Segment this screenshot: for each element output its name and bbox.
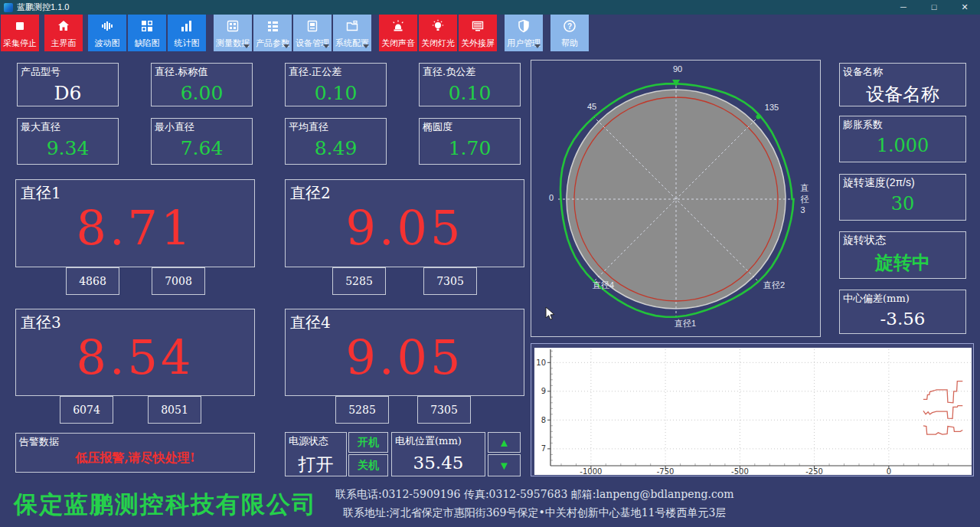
- polar-angle-45: 45: [587, 102, 596, 111]
- device-name-panel: 设备名称 设备名称: [839, 63, 966, 106]
- btn-measure-data[interactable]: 测量数据: [214, 15, 252, 51]
- company-name: 保定蓝鹏测控科技有限公司: [14, 489, 317, 521]
- home-icon: [56, 15, 71, 38]
- minimize-button[interactable]: ─: [888, 0, 919, 15]
- svg-text:9: 9: [541, 387, 546, 395]
- diameter4-panel: 直径4 9.05: [285, 309, 524, 396]
- btn-defect-chart[interactable]: 缺陷图: [128, 15, 166, 51]
- product-model-label: 产品型号: [21, 65, 60, 79]
- device-name-label: 设备名称: [843, 65, 883, 79]
- siren-icon: [390, 15, 406, 38]
- plus-tolerance-value: 0.10: [286, 82, 386, 104]
- svg-text:7: 7: [541, 444, 546, 453]
- expansion-coeff-value: 1.000: [840, 135, 965, 156]
- btn-main-screen[interactable]: 主界面: [44, 15, 83, 51]
- btn-stop-collect[interactable]: 采集停止: [1, 15, 39, 51]
- diameter4-sensor-b: 7305: [417, 396, 471, 424]
- btn-stats-chart[interactable]: 统计图: [168, 15, 206, 51]
- polar-label-dia3: 直径3: [801, 182, 814, 214]
- nominal-dia-panel: 直径.标称值 6.00: [151, 63, 253, 106]
- motor-up-button[interactable]: ▲: [488, 432, 521, 453]
- min-diameter-label: 最小直径: [155, 120, 194, 134]
- ovality-value: 1.70: [420, 137, 520, 159]
- folder-icon: [345, 15, 360, 38]
- diameter3-sensor-b: 8051: [148, 396, 201, 424]
- product-model-value: D6: [18, 82, 118, 104]
- center-offset-value: -3.56: [840, 309, 965, 329]
- device-name-value: 设备名称: [840, 82, 965, 106]
- min-diameter-value: 7.64: [152, 137, 252, 159]
- diameter4-value: 9.05: [286, 329, 524, 385]
- diameter2-sensor-b: 7305: [423, 267, 477, 295]
- power-on-button[interactable]: 开机: [348, 432, 388, 453]
- close-button[interactable]: ✕: [949, 0, 980, 15]
- btn-user-manage[interactable]: 用户管理: [505, 15, 543, 51]
- btn-product-params[interactable]: 产品参数: [253, 15, 292, 51]
- svg-text:8: 8: [541, 416, 546, 424]
- triangle-up-icon: ▲: [498, 436, 510, 449]
- btn-close-sound[interactable]: 关闭声音: [379, 15, 417, 51]
- power-off-button[interactable]: 关机: [348, 454, 388, 476]
- svg-text:?: ?: [567, 22, 572, 31]
- polar-label-dia2: 直径2: [763, 280, 785, 291]
- dropdown-caret-icon: [243, 44, 250, 48]
- power-status-panel: 电源状态 打开: [285, 432, 347, 476]
- dropdown-caret-icon: [323, 44, 329, 48]
- toolbar: 采集停止 主界面 波动图 缺陷图 统计图 测量数据: [1, 15, 590, 51]
- cross-section-panel: 90 45 135 0 直径3 直径4 直径2 直径1: [531, 60, 821, 337]
- alarm-label: 告警数据: [19, 435, 59, 449]
- contact-phone-line: 联系电话:0312-5909196 传真:0312-5957683 邮箱:lan…: [335, 488, 734, 502]
- max-diameter-label: 最大直径: [21, 120, 60, 134]
- rotation-speed-label: 旋转速度(2π/s): [843, 176, 915, 190]
- waveform-icon: [100, 15, 115, 38]
- motor-position-value: 35.45: [392, 453, 485, 473]
- rotation-speed-value: 30: [840, 193, 965, 214]
- btn-help[interactable]: ? 帮助: [550, 15, 589, 51]
- diameter3-sensor-a: 6074: [60, 396, 113, 424]
- btn-device-manage[interactable]: 设备管理: [293, 15, 332, 51]
- minus-tolerance-panel: 直径.负公差 0.10: [419, 63, 521, 106]
- nominal-dia-value: 6.00: [152, 82, 252, 104]
- btn-system-config[interactable]: 系统配置: [333, 15, 371, 51]
- min-diameter-panel: 最小直径 7.64: [151, 118, 253, 165]
- triangle-down-icon: ▼: [498, 459, 510, 472]
- power-status-label: 电源状态: [289, 434, 328, 448]
- polar-label-dia4: 直径4: [593, 280, 614, 291]
- diameter2-value: 9.05: [286, 200, 524, 256]
- rotation-state-panel: 旋转状态 旋转中: [839, 231, 966, 279]
- diameter2-sensor-a: 5285: [332, 267, 386, 295]
- alarm-panel: 告警数据 低压报警,请尽快处理!: [15, 433, 255, 473]
- bulb-icon: [430, 15, 446, 38]
- max-diameter-panel: 最大直径 9.34: [17, 118, 119, 165]
- diameter1-sensor-a: 4868: [66, 267, 119, 295]
- btn-wave-chart[interactable]: 波动图: [88, 15, 126, 51]
- motor-position-label: 电机位置(mm): [395, 434, 462, 448]
- minus-tolerance-label: 直径.负公差: [423, 65, 475, 79]
- btn-close-light[interactable]: 关闭灯光: [419, 15, 457, 51]
- polar-angle-135: 135: [765, 103, 779, 112]
- shield-icon: [516, 15, 531, 38]
- power-status-value: 打开: [286, 453, 346, 476]
- svg-text:0: 0: [887, 467, 891, 475]
- center-offset-label: 中心偏差(mm): [843, 292, 910, 306]
- angle-marker-dot-icon: [756, 115, 761, 119]
- trend-chart-area: 78910-1000-750-500-2500: [534, 348, 972, 475]
- svg-text:-1000: -1000: [580, 467, 602, 475]
- motor-position-panel: 电机位置(mm) 35.45: [391, 432, 485, 476]
- trend-chart: 78910-1000-750-500-2500: [534, 348, 972, 475]
- btn-external-screen[interactable]: 关外接屏: [459, 15, 497, 51]
- window-title: 蓝鹏测控1.1.0: [17, 2, 69, 13]
- rotation-state-label: 旋转状态: [843, 234, 886, 247]
- diameter1-panel: 直径1 8.71: [15, 179, 255, 267]
- avg-diameter-panel: 平均直径 8.49: [285, 118, 387, 165]
- diameter1-sensor-b: 7008: [152, 267, 205, 295]
- expansion-coeff-label: 膨胀系数: [843, 118, 883, 132]
- app-logo-icon: [4, 3, 13, 12]
- list-icon: [265, 15, 280, 38]
- avg-diameter-value: 8.49: [286, 137, 386, 159]
- motor-down-button[interactable]: ▼: [488, 454, 521, 476]
- app-window: 蓝鹏测控1.1.0 ─ □ ✕ 采集停止 主界面 波动图 缺陷图: [0, 0, 980, 527]
- center-offset-panel: 中心偏差(mm) -3.56: [839, 290, 966, 334]
- diameter1-value: 8.71: [16, 200, 254, 256]
- maximize-button[interactable]: □: [919, 0, 949, 15]
